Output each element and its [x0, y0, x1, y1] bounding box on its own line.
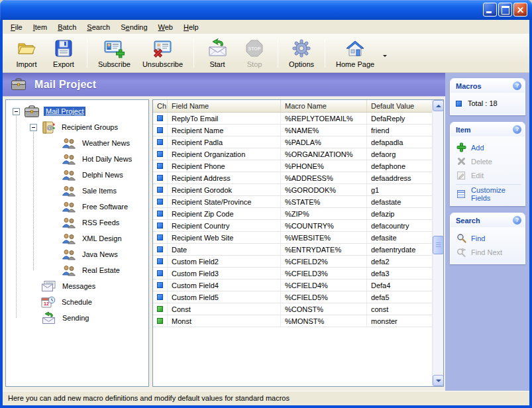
home-page-button[interactable]: Home Page	[330, 36, 380, 71]
checked-cell[interactable]	[153, 208, 168, 219]
title-bar[interactable]	[0, 0, 532, 20]
checked-cell[interactable]	[153, 244, 168, 255]
table-row[interactable]: Recipient Name%NAME%friend	[153, 125, 432, 136]
table-row[interactable]: Recipient Address%ADDRESS%defaaddress	[153, 172, 432, 184]
scrollbar-thumb[interactable]	[433, 236, 444, 254]
panel-header-search[interactable]: Search?	[451, 213, 525, 227]
tree-item-label: Mail Project	[44, 107, 85, 116]
table-row[interactable]: Recipient Web Site%WEBSITE%defasite	[153, 232, 432, 244]
find-action[interactable]: Find	[456, 231, 521, 245]
checked-cell[interactable]	[153, 136, 168, 148]
toolbar-separator	[193, 39, 194, 68]
table-row[interactable]: Recipient Organization%ORGANIZATION%defa…	[153, 148, 432, 160]
checked-cell[interactable]	[153, 232, 168, 243]
tree-item-real-estate[interactable]: Real Estate	[6, 262, 148, 278]
find-next-action[interactable]: Find Next	[456, 245, 521, 259]
minimize-button[interactable]	[483, 3, 497, 17]
subscribe-icon	[103, 38, 125, 59]
column-header-field-name[interactable]: Field Name	[168, 100, 281, 112]
menu-sending[interactable]: Sending	[115, 21, 152, 33]
tree-item-recipient-groups[interactable]: @Recipient Groups	[6, 119, 148, 135]
scroll-up-button[interactable]	[433, 100, 444, 111]
menu-batch[interactable]: Batch	[52, 21, 81, 33]
tree-expander-minus-icon[interactable]	[30, 124, 37, 131]
tree-item-sale-items[interactable]: Sale Items	[6, 183, 148, 199]
help-icon[interactable]: ?	[513, 216, 521, 225]
checked-cell[interactable]	[153, 160, 168, 172]
help-icon[interactable]: ?	[513, 125, 521, 134]
column-header-macro-name[interactable]: Macro Name	[281, 100, 367, 112]
start-button[interactable]: Start	[199, 36, 236, 71]
menu-help[interactable]: Help	[178, 21, 204, 33]
checked-cell[interactable]	[153, 148, 168, 160]
menu-web[interactable]: Web	[153, 21, 178, 33]
table-row[interactable]: Recipient State/Province%STATE%defastate	[153, 196, 432, 208]
checked-cell[interactable]	[153, 220, 168, 231]
column-header-ch[interactable]: Ch	[153, 100, 168, 112]
scroll-down-button[interactable]	[433, 375, 444, 386]
tree-item-java-news[interactable]: Java News	[6, 246, 148, 262]
panel-title: Macros	[456, 82, 482, 90]
checked-cell[interactable]	[153, 268, 168, 279]
panel-body-item: AddDeleteEditCustomize Fields	[451, 136, 525, 205]
table-row[interactable]: Custom Field3%CFIELD3%defa3	[153, 268, 432, 280]
checked-cell[interactable]	[153, 125, 168, 136]
tree-item-label: RSS Feeds	[80, 218, 121, 227]
table-row[interactable]: Const%CONST%const	[153, 303, 432, 315]
table-row[interactable]: Custom Field2%CFIELD2%defa2	[153, 256, 432, 268]
tree-item-sending[interactable]: Sending	[6, 310, 148, 326]
table-row[interactable]: Recipient Padla%PADLA%defapadla	[153, 136, 432, 148]
table-row[interactable]: Recipient Country%COUNTRY%defacountry	[153, 220, 432, 232]
table-row[interactable]: Monst%MONST%monster	[153, 315, 432, 327]
tree-item-messages[interactable]: Messages	[6, 278, 148, 294]
workspace: Mail Project@Recipient GroupsWeather New…	[3, 97, 445, 391]
customize-fields-action[interactable]: Customize Fields	[456, 187, 521, 201]
table-row[interactable]: ReplyTo Email%REPLYTOEMAIL%DefaReply	[153, 113, 432, 125]
menu-file[interactable]: File	[5, 21, 28, 33]
add-action[interactable]: Add	[456, 140, 521, 154]
vertical-scrollbar[interactable]	[432, 100, 443, 386]
tree-item-mail-project[interactable]: Mail Project	[6, 103, 148, 119]
column-header-default-value[interactable]: Default Value	[367, 100, 432, 112]
panel-header-item[interactable]: Item?	[451, 123, 525, 136]
tree-item-free-software[interactable]: Free Software	[6, 199, 148, 215]
delete-action[interactable]: Delete	[456, 154, 521, 168]
home-page-dropdown-arrow-icon[interactable]	[383, 55, 387, 59]
tree-expander-minus-icon[interactable]	[13, 108, 20, 115]
checked-cell[interactable]	[153, 184, 168, 195]
checked-cell[interactable]	[153, 291, 168, 303]
unsubscribe-button[interactable]: Unsubscribe	[136, 36, 189, 71]
close-button[interactable]	[513, 3, 527, 17]
table-row[interactable]: Recipient Gorodok%GORODOK%g1	[153, 184, 432, 196]
table-row[interactable]: Custom Field4%CFIELD4%Defa4	[153, 280, 432, 291]
table-row[interactable]: Recipient Phone%PHONE%defaphone	[153, 160, 432, 172]
tree-item-hot-daily-news[interactable]: Hot Daily News	[6, 151, 148, 167]
import-button[interactable]: Import	[8, 36, 45, 71]
tree-item-delphi-news[interactable]: Delphi News	[6, 167, 148, 183]
tree-item-weather-news[interactable]: Weather News	[6, 135, 148, 151]
edit-action[interactable]: Edit	[456, 168, 521, 182]
checked-cell[interactable]	[153, 280, 168, 291]
export-button[interactable]: Export	[45, 36, 82, 71]
checked-cell[interactable]	[153, 113, 168, 124]
options-button[interactable]: Options	[283, 36, 320, 71]
tree-item-xml-design[interactable]: XML Design	[6, 230, 148, 246]
help-icon[interactable]: ?	[513, 81, 521, 90]
table-row[interactable]: Custom Field5%CFIELD5%defa5	[153, 291, 432, 303]
panel-header-macros[interactable]: Macros?	[451, 79, 525, 93]
checked-cell[interactable]	[153, 256, 168, 267]
checked-cell[interactable]	[153, 172, 168, 183]
table-row[interactable]: Recipient Zip Code%ZIP%defazip	[153, 208, 432, 220]
panel-item: Item?AddDeleteEditCustomize Fields	[450, 122, 525, 206]
checked-cell[interactable]	[153, 303, 168, 315]
menu-item[interactable]: Item	[28, 21, 52, 33]
stop-button[interactable]: STOPStop	[236, 36, 273, 71]
menu-search[interactable]: Search	[81, 21, 115, 33]
checked-cell[interactable]	[153, 196, 168, 207]
subscribe-button[interactable]: Subscribe	[92, 36, 136, 71]
maximize-button[interactable]	[498, 3, 512, 17]
tree-item-rss-feeds[interactable]: RSS Feeds	[6, 215, 148, 230]
table-row[interactable]: Date%ENTRYDATE%defaentrydate	[153, 244, 432, 256]
checked-cell[interactable]	[153, 315, 168, 327]
tree-item-schedule[interactable]: 12Schedule	[6, 294, 148, 310]
